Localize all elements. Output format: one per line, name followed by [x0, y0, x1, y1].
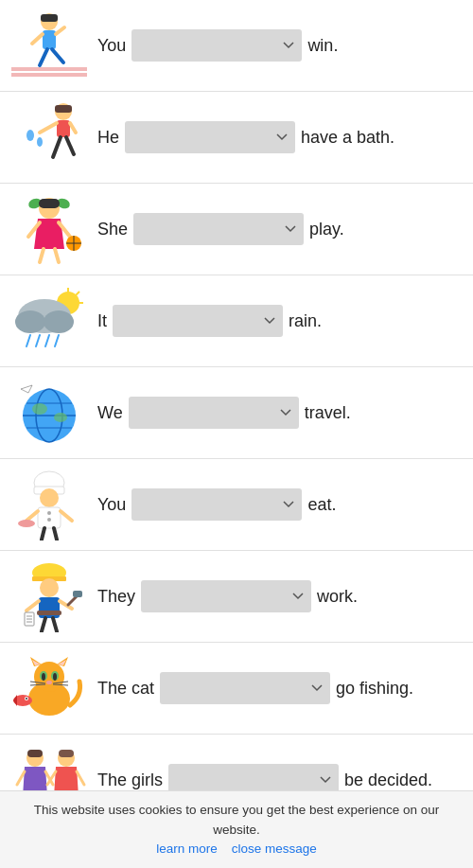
svg-point-36: [44, 310, 74, 333]
svg-point-17: [37, 137, 43, 147]
svg-point-58: [18, 520, 35, 527]
verb-play: play.: [309, 220, 344, 239]
svg-rect-96: [27, 750, 43, 757]
row-we-travel: We will won't can must should travel.: [0, 367, 473, 459]
svg-rect-10: [57, 120, 70, 137]
svg-rect-21: [39, 199, 60, 208]
runner-icon: [4, 8, 94, 83]
svg-line-5: [56, 27, 64, 34]
svg-line-106: [77, 771, 84, 785]
svg-line-40: [55, 335, 59, 346]
globe-travel-icon: [4, 375, 94, 451]
subject-it: It: [97, 311, 107, 331]
dropdown-it-rain[interactable]: will won't can must should: [113, 305, 283, 337]
subject-girls: The girls: [97, 771, 163, 790]
svg-rect-103: [59, 750, 74, 757]
verb-rain: rain.: [289, 311, 322, 331]
svg-rect-65: [37, 611, 61, 615]
subject-she: She: [97, 220, 128, 239]
verb-eat: eat.: [307, 495, 336, 515]
svg-point-35: [15, 310, 45, 333]
subject-they: They: [97, 587, 135, 607]
svg-line-38: [36, 335, 40, 346]
svg-line-4: [32, 34, 43, 44]
dropdown-they-work[interactable]: will won't can must should: [141, 580, 311, 612]
svg-line-6: [40, 49, 47, 65]
close-message-link[interactable]: close message: [232, 841, 317, 856]
cookie-bar: This website uses cookies to ensure you …: [0, 790, 473, 868]
svg-line-66: [26, 601, 39, 611]
row-you-win: You will won't can must should win.: [0, 0, 473, 92]
subject-we: We: [97, 403, 123, 423]
subject-you-1: You: [97, 36, 126, 56]
row-it-rain-content: It will won't can must should rain.: [94, 305, 469, 337]
svg-line-26: [55, 249, 59, 262]
dropdown-he-bath[interactable]: will won't can must should: [125, 121, 295, 153]
svg-marker-48: [21, 385, 32, 393]
svg-marker-92: [13, 695, 17, 706]
cat-fish-icon: [4, 650, 94, 726]
svg-line-56: [26, 511, 38, 521]
svg-point-46: [32, 403, 47, 415]
row-cat-fish: The cat will won't can must should go fi…: [0, 643, 473, 735]
svg-line-14: [66, 137, 74, 154]
verb-travel: travel.: [305, 403, 351, 423]
svg-point-54: [47, 511, 51, 515]
cookie-message: This website uses cookies to ensure you …: [34, 803, 440, 836]
svg-rect-0: [11, 67, 87, 71]
girl-play-icon: [4, 191, 94, 267]
svg-rect-15: [55, 105, 72, 113]
verb-fish: go fishing.: [336, 679, 413, 699]
svg-rect-3: [43, 30, 56, 49]
svg-line-59: [42, 528, 44, 540]
svg-line-71: [53, 618, 57, 631]
svg-rect-69: [73, 591, 82, 597]
boy-bath-icon: [4, 99, 94, 175]
svg-point-55: [47, 518, 51, 522]
svg-point-52: [40, 488, 59, 507]
row-we-travel-content: We will won't can must should travel.: [94, 397, 469, 429]
svg-rect-1: [11, 73, 87, 77]
subject-he: He: [97, 128, 119, 148]
row-you-eat-content: You will won't can must should eat.: [94, 488, 469, 521]
svg-line-13: [53, 137, 61, 157]
svg-point-94: [26, 698, 27, 700]
dropdown-we-travel[interactable]: will won't can must should: [129, 397, 299, 429]
subject-you-2: You: [97, 495, 126, 515]
svg-line-7: [52, 49, 63, 62]
verb-decide: be decided.: [344, 771, 432, 790]
svg-point-85: [53, 673, 57, 681]
svg-point-16: [26, 130, 34, 141]
row-she-play-content: She will won't can must should play.: [94, 213, 469, 245]
row-you-win-content: You will won't can must should win.: [94, 29, 469, 62]
row-they-work: They will won't can must should work.: [0, 551, 473, 643]
svg-rect-8: [41, 14, 58, 22]
svg-line-37: [26, 335, 30, 346]
svg-point-84: [42, 673, 45, 681]
row-you-eat: You will won't can must should eat.: [0, 459, 473, 551]
dropdown-she-play[interactable]: will won't can must should: [133, 213, 304, 245]
verb-win: win.: [307, 36, 338, 56]
svg-line-49: [11, 389, 21, 392]
row-he-bath-content: He will won't can must should have a bat…: [94, 121, 469, 153]
row-it-rain: It will won't can must should rain.: [0, 275, 473, 367]
svg-line-39: [45, 335, 49, 346]
verb-work: work.: [317, 587, 358, 607]
dropdown-you-eat[interactable]: will won't can must should: [131, 488, 302, 521]
svg-line-12: [70, 123, 76, 133]
dropdown-you-win[interactable]: will won't can must should: [131, 29, 302, 62]
dropdown-cat-fish[interactable]: will won't can must should: [160, 672, 330, 704]
exercise-container: You will won't can must should win.: [0, 0, 473, 868]
svg-line-57: [61, 511, 72, 521]
row-they-work-content: They will won't can must should work.: [94, 580, 469, 612]
subject-cat: The cat: [97, 679, 154, 699]
learn-more-link[interactable]: learn more: [156, 841, 218, 856]
svg-point-47: [54, 413, 67, 422]
svg-point-86: [46, 681, 52, 684]
verb-bath: have a bath.: [301, 128, 394, 148]
svg-line-70: [42, 618, 45, 631]
svg-line-25: [40, 249, 44, 262]
row-she-play: She will won't can must should play.: [0, 184, 473, 275]
cloud-rain-icon: [4, 283, 94, 359]
svg-point-77: [34, 662, 64, 692]
